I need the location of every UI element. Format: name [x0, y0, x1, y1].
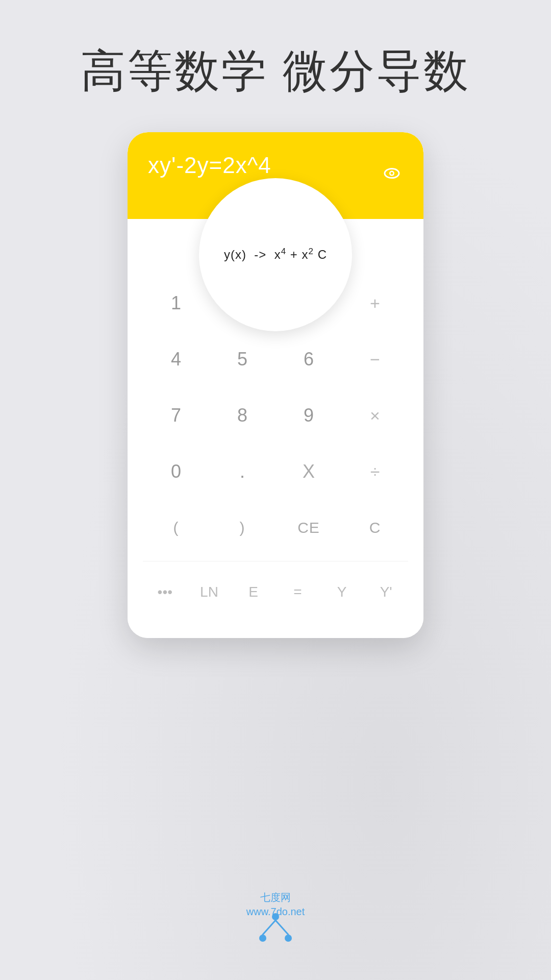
key-c[interactable]: C	[342, 500, 408, 556]
key-ln[interactable]: LN	[187, 567, 232, 618]
result-popup: y(x) -> x4 + x2 C	[199, 178, 352, 331]
key-plus[interactable]: +	[342, 275, 408, 331]
svg-line-7	[276, 920, 288, 935]
key-y-prime[interactable]: Y'	[364, 567, 408, 618]
bottom-row: ••• LN E = Y Y'	[143, 561, 408, 618]
key-4[interactable]: 4	[143, 331, 209, 387]
svg-point-5	[285, 935, 292, 942]
key-1[interactable]: 1	[143, 275, 209, 331]
key-y[interactable]: Y	[320, 567, 364, 618]
watermark: 七度网 www.7do.net	[246, 890, 305, 919]
result-text: y(x) -> x4 + x2 C	[224, 244, 327, 264]
key-more[interactable]: •••	[143, 567, 187, 618]
key-divide[interactable]: ÷	[342, 444, 408, 500]
key-x[interactable]: X	[276, 444, 342, 500]
key-9[interactable]: 9	[276, 387, 342, 444]
page-title: 高等数学 微分导数	[81, 41, 470, 102]
svg-point-2	[391, 172, 393, 175]
key-8[interactable]: 8	[209, 387, 276, 444]
key-5[interactable]: 5	[209, 331, 276, 387]
calc-expression: xy'-2y=2x^4	[148, 153, 271, 178]
eye-icon[interactable]	[381, 162, 403, 185]
key-7[interactable]: 7	[143, 387, 209, 444]
key-e[interactable]: E	[231, 567, 276, 618]
key-ce[interactable]: CE	[276, 500, 342, 556]
calculator: xy'-2y=2x^4 y(x) -> x4 + x2 C	[128, 132, 423, 638]
key-equals[interactable]: =	[276, 567, 320, 618]
svg-point-4	[259, 935, 266, 942]
watermark-line1: 七度网	[246, 890, 305, 904]
calc-body: y(x) -> x4 + x2 C 1 2 3 + 4 5 6 − 7 8 9	[128, 219, 423, 638]
calculator-wrapper: xy'-2y=2x^4 y(x) -> x4 + x2 C	[128, 132, 423, 638]
key-multiply[interactable]: ×	[342, 387, 408, 444]
watermark-line2: www.7do.net	[246, 904, 305, 919]
key-6[interactable]: 6	[276, 331, 342, 387]
key-dot[interactable]: .	[209, 444, 276, 500]
key-close-paren[interactable]: )	[209, 500, 276, 556]
key-minus[interactable]: −	[342, 331, 408, 387]
key-open-paren[interactable]: (	[143, 500, 209, 556]
key-0[interactable]: 0	[143, 444, 209, 500]
svg-line-6	[263, 920, 276, 935]
